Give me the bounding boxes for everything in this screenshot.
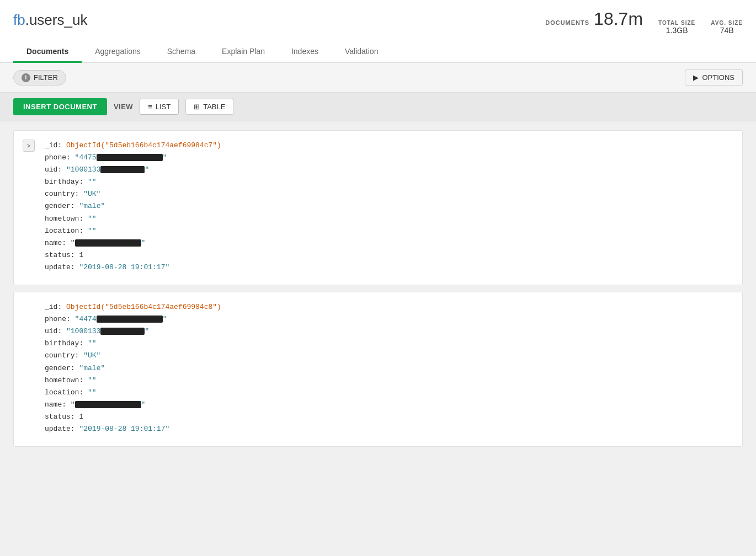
tabs: Documents Aggregations Schema Explain Pl…	[13, 41, 743, 62]
avg-size-value: 74B	[720, 26, 734, 35]
field-country-1: country: "UK"	[45, 188, 731, 200]
document-card-1: > _id: ObjectId("5d5eb166b4c174aef69984c…	[13, 130, 743, 285]
field-birthday-1: birthday: ""	[45, 176, 731, 188]
total-size-stat: TOTAL SIZE 1.3GB	[658, 20, 695, 35]
field-location-2: location: ""	[45, 387, 731, 399]
expand-button-1[interactable]: >	[23, 140, 35, 152]
options-label: OPTIONS	[702, 73, 734, 82]
view-label: VIEW	[114, 103, 133, 111]
table-label: TABLE	[203, 103, 225, 111]
field-phone-2: phone: "4474"	[45, 313, 731, 325]
field-location-1: location: ""	[45, 225, 731, 237]
table-icon: ⊞	[194, 103, 200, 111]
redacted-uid-2	[100, 328, 145, 335]
insert-document-button[interactable]: INSERT DOCUMENT	[13, 98, 107, 115]
field-name-1: name: ""	[45, 237, 731, 249]
field-id-1: _id: ObjectId("5d5eb166b4c174aef69984c7"…	[45, 140, 731, 152]
document-card-2: _id: ObjectId("5d5eb166b4c174aef69984c8"…	[13, 292, 743, 447]
field-status-2: status: 1	[45, 411, 731, 423]
tab-indexes[interactable]: Indexes	[278, 41, 332, 63]
field-uid-1: uid: "1000133"	[45, 164, 731, 176]
tab-schema[interactable]: Schema	[154, 41, 209, 63]
collection-suffix: .users_uk	[25, 12, 88, 28]
options-button[interactable]: ▶ OPTIONS	[685, 70, 743, 85]
total-size-label: TOTAL SIZE	[658, 20, 695, 26]
info-icon: i	[22, 73, 30, 82]
document-content-2: _id: ObjectId("5d5eb166b4c174aef69984c8"…	[45, 301, 731, 435]
list-view-button[interactable]: ≡ LIST	[140, 99, 179, 115]
title-row: fb.users_uk DOCUMENTS 18.7m TOTAL SIZE 1…	[13, 9, 743, 35]
field-hometown-2: hometown: ""	[45, 375, 731, 387]
field-phone-1: phone: "4475"	[45, 152, 731, 164]
tab-documents[interactable]: Documents	[13, 41, 82, 63]
field-update-2: update: "2019-08-28 19:01:17"	[45, 423, 731, 435]
field-id-2: _id: ObjectId("5d5eb166b4c174aef69984c8"…	[45, 301, 731, 313]
field-update-1: update: "2019-08-28 19:01:17"	[45, 261, 731, 274]
table-view-button[interactable]: ⊞ TABLE	[185, 99, 233, 115]
collection-prefix: fb	[13, 12, 25, 28]
total-size-value: 1.3GB	[666, 26, 688, 35]
filter-label: FILTER	[34, 73, 58, 82]
field-status-1: status: 1	[45, 249, 731, 261]
avg-size-stat: AVG. SIZE 74B	[711, 20, 743, 35]
field-birthday-2: birthday: ""	[45, 338, 731, 350]
list-label: LIST	[156, 103, 171, 111]
toolbar: INSERT DOCUMENT VIEW ≡ LIST ⊞ TABLE	[0, 93, 756, 121]
list-icon: ≡	[148, 103, 152, 111]
tab-explain-plan[interactable]: Explain Plan	[209, 41, 278, 63]
tab-validation[interactable]: Validation	[332, 41, 391, 63]
tab-aggregations[interactable]: Aggregations	[82, 41, 154, 63]
filter-input[interactable]	[73, 73, 679, 82]
field-gender-1: gender: "male"	[45, 200, 731, 212]
documents-value: 18.7m	[594, 9, 643, 29]
documents-label: DOCUMENTS	[545, 19, 589, 26]
field-name-2: name: ""	[45, 399, 731, 411]
field-country-2: country: "UK"	[45, 350, 731, 362]
redacted-name-2	[75, 401, 141, 408]
redacted-phone-2	[97, 316, 163, 323]
field-gender-2: gender: "male"	[45, 362, 731, 375]
filter-button[interactable]: i FILTER	[13, 70, 66, 85]
field-hometown-1: hometown: ""	[45, 213, 731, 225]
redacted-phone-1	[97, 154, 163, 161]
stats-area: DOCUMENTS 18.7m TOTAL SIZE 1.3GB AVG. SI…	[545, 9, 743, 35]
field-uid-2: uid: "1000133"	[45, 325, 731, 338]
document-content-1: _id: ObjectId("5d5eb166b4c174aef69984c7"…	[45, 140, 731, 274]
options-arrow-icon: ▶	[693, 73, 699, 82]
filter-bar: i FILTER ▶ OPTIONS	[0, 63, 756, 93]
top-bar: fb.users_uk DOCUMENTS 18.7m TOTAL SIZE 1…	[0, 0, 756, 63]
documents-stat: DOCUMENTS 18.7m	[545, 9, 643, 29]
redacted-name-1	[75, 239, 141, 247]
redacted-uid-1	[100, 166, 145, 173]
content-area: > _id: ObjectId("5d5eb166b4c174aef69984c…	[0, 121, 756, 462]
avg-size-label: AVG. SIZE	[711, 20, 743, 26]
collection-title: fb.users_uk	[13, 12, 87, 29]
